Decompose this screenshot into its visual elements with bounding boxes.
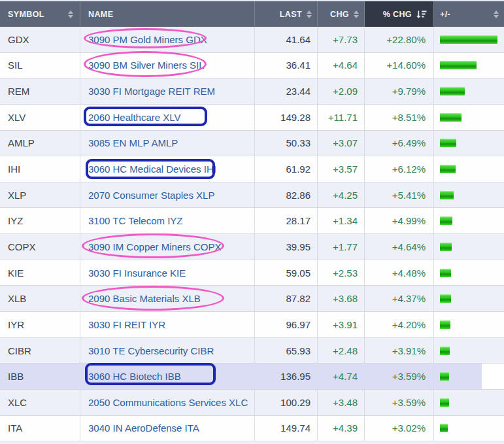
table-row[interactable]: XLP 2070 Consumer Staples XLP 82.86 +4.2… — [0, 182, 504, 209]
name-link[interactable]: 3040 IN AeroDefense ITA — [88, 422, 199, 434]
last-cell: 36.41 — [255, 53, 318, 78]
symbol-text: IHI — [8, 163, 20, 175]
name-cell: 3060 HC Medical Devices IHI — [80, 156, 255, 182]
symbol-cell: COPX — [0, 234, 80, 260]
name-link[interactable]: 3100 TC Telecom IYZ — [88, 215, 183, 226]
symbol-cell: XLP — [0, 182, 80, 208]
pct-chg-cell: +3.59% — [365, 390, 434, 415]
chg-cell: +4.39 — [318, 416, 365, 441]
name-link[interactable]: 3030 FI REIT IYR — [88, 319, 165, 330]
column-header-last[interactable]: LAST — [255, 1, 318, 27]
table-row[interactable]: GDX 3090 PM Gold Miners GDX 41.64 +7.73 … — [0, 27, 504, 53]
symbol-text: XLV — [8, 112, 25, 123]
name-link[interactable]: 3090 BM Silver Miners SIL — [88, 60, 205, 71]
sort-descending-icon[interactable] — [416, 10, 427, 19]
bar-cell — [434, 234, 504, 260]
name-cell: 3010 TE Cybersecurity CIBR — [80, 338, 255, 364]
chg-value: +3.48 — [333, 397, 358, 408]
change-bar — [440, 191, 454, 199]
table-row[interactable]: XLB 2090 Basic Materials XLB 87.82 +3.68… — [0, 286, 504, 312]
pct-chg-value: +3.59% — [392, 371, 426, 382]
name-link[interactable]: 2090 Basic Materials XLB — [88, 293, 201, 304]
bar-cell — [434, 208, 504, 233]
column-header-label: CHG — [330, 10, 349, 19]
last-cell: 96.97 — [255, 312, 318, 337]
name-cell: 2090 Basic Materials XLB — [80, 286, 255, 311]
chg-cell: +3.07 — [318, 131, 365, 156]
name-cell: 3030 FI Mortgage REIT REM — [80, 78, 255, 104]
symbol-cell: IYZ — [0, 208, 80, 233]
name-cell: 3060 HC Biotech IBB — [80, 364, 255, 389]
pct-chg-value: +6.49% — [392, 137, 426, 148]
table-row[interactable]: REM 3030 FI Mortgage REIT REM 23.44 +2.0… — [0, 78, 504, 105]
table-row[interactable]: ITA 3040 IN AeroDefense ITA 149.74 +4.39… — [0, 416, 504, 442]
pct-chg-cell: +8.51% — [365, 105, 434, 130]
symbol-text: XLP — [8, 190, 26, 201]
last-cell: 50.33 — [255, 131, 318, 156]
last-value: 136.95 — [280, 371, 311, 382]
chg-value: +7.73 — [333, 34, 358, 45]
name-link[interactable]: 3060 HC Biotech IBB — [88, 371, 181, 382]
name-link[interactable]: 3030 FI Insurance KIE — [88, 267, 186, 279]
column-header-chg[interactable]: CHG — [318, 1, 365, 27]
pct-chg-cell: +22.80% — [365, 27, 434, 52]
table-row[interactable]: COPX 3090 IM Copper Miners COPX 39.95 +1… — [0, 234, 504, 260]
name-link[interactable]: 3060 HC Medical Devices IHI — [88, 163, 216, 175]
last-cell: 41.64 — [255, 27, 318, 52]
bar-cell — [434, 416, 504, 441]
sort-unsorted-icon[interactable] — [68, 10, 73, 18]
name-link[interactable]: 3090 IM Copper Miners COPX — [88, 241, 221, 252]
column-header-label: SYMBOL — [8, 10, 44, 19]
name-cell: 2060 Healthcare XLV — [80, 105, 255, 130]
pct-chg-cell: +6.49% — [365, 131, 434, 156]
last-value: 36.41 — [286, 60, 311, 71]
bar-cell — [434, 260, 504, 286]
chg-cell: +4.74 — [318, 364, 365, 389]
name-cell: 3100 TC Telecom IYZ — [80, 208, 255, 233]
pct-chg-cell: +3.59% — [365, 364, 434, 389]
chg-cell: +7.73 — [318, 27, 365, 52]
symbol-text: XLC — [8, 397, 27, 408]
sort-unsorted-icon[interactable] — [494, 10, 499, 18]
symbol-text: IYR — [8, 319, 24, 330]
table-row[interactable]: SIL 3090 BM Silver Miners SIL 36.41 +4.6… — [0, 53, 504, 79]
table-row[interactable]: IBB 3060 HC Biotech IBB 136.95 +4.74 +3.… — [0, 364, 504, 390]
chg-value: +4.39 — [333, 422, 358, 434]
name-link[interactable]: 2060 Healthcare XLV — [88, 112, 180, 123]
table-row[interactable]: IYZ 3100 TC Telecom IYZ 28.17 +1.34 +4.9… — [0, 208, 504, 234]
change-bar — [440, 398, 449, 407]
last-value: 100.29 — [280, 397, 311, 408]
name-link[interactable]: 2050 Communications Services XLC — [88, 397, 248, 408]
name-cell: 3090 BM Silver Miners SIL — [80, 53, 255, 78]
symbol-cell: KIE — [0, 260, 80, 286]
name-link[interactable]: 3090 PM Gold Miners GDX — [88, 34, 207, 45]
bar-cell — [434, 312, 504, 337]
column-header-plus-minus[interactable]: +/- — [434, 1, 504, 27]
name-link[interactable]: 3010 TE Cybersecurity CIBR — [88, 345, 214, 356]
last-cell: 100.29 — [255, 390, 318, 415]
column-header-pct-chg[interactable]: % CHG — [365, 1, 434, 27]
table-row[interactable]: CIBR 3010 TE Cybersecurity CIBR 65.93 +2… — [0, 338, 504, 364]
bar-cell — [434, 27, 504, 52]
column-header-symbol[interactable]: SYMBOL — [0, 1, 80, 27]
last-value: 39.95 — [286, 241, 311, 252]
change-bar — [440, 372, 449, 381]
sort-unsorted-icon[interactable] — [307, 10, 312, 18]
table-row[interactable]: XLV 2060 Healthcare XLV 149.28 +11.71 +8… — [0, 105, 504, 131]
name-link[interactable]: 3030 FI Mortgage REIT REM — [88, 86, 215, 97]
table-row[interactable]: XLC 2050 Communications Services XLC 100… — [0, 390, 504, 416]
name-link[interactable]: 2070 Consumer Staples XLP — [88, 190, 214, 201]
last-value: 65.93 — [286, 345, 311, 356]
name-cell: 3085 EN MLP AMLP — [80, 131, 255, 156]
pct-chg-value: +4.20% — [392, 319, 426, 330]
chg-value: +2.09 — [333, 86, 358, 97]
table-row[interactable]: IYR 3030 FI REIT IYR 96.97 +3.91 +4.20% — [0, 312, 504, 338]
column-header-name[interactable]: NAME — [80, 1, 255, 27]
last-cell: 39.95 — [255, 234, 318, 260]
last-cell: 23.44 — [255, 78, 318, 104]
name-link[interactable]: 3085 EN MLP AMLP — [88, 137, 178, 148]
table-row[interactable]: KIE 3030 FI Insurance KIE 59.05 +2.53 +4… — [0, 260, 504, 286]
table-row[interactable]: AMLP 3085 EN MLP AMLP 50.33 +3.07 +6.49% — [0, 131, 504, 157]
sort-unsorted-icon[interactable] — [354, 10, 359, 18]
table-row[interactable]: IHI 3060 HC Medical Devices IHI 61.92 +3… — [0, 156, 504, 182]
